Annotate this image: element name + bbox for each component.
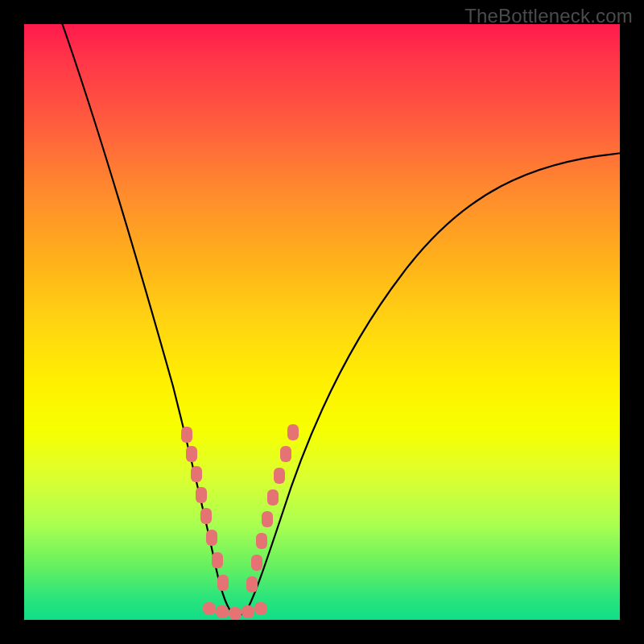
svg-rect-18 xyxy=(229,607,242,620)
svg-rect-16 xyxy=(203,602,216,615)
svg-rect-6 xyxy=(212,552,223,568)
svg-rect-20 xyxy=(254,602,267,615)
svg-rect-2 xyxy=(191,466,202,482)
bottleneck-curve-right xyxy=(246,153,624,613)
svg-rect-4 xyxy=(200,508,212,524)
chart-overlay xyxy=(24,24,620,620)
svg-rect-12 xyxy=(267,489,279,506)
svg-rect-7 xyxy=(217,575,229,591)
chart-frame: TheBottleneck.com xyxy=(0,0,644,644)
svg-rect-9 xyxy=(251,555,262,571)
svg-rect-19 xyxy=(242,605,254,618)
svg-rect-0 xyxy=(181,427,192,443)
right-bead-markers xyxy=(246,424,299,592)
valley-bead-strip xyxy=(203,602,267,620)
svg-rect-17 xyxy=(216,605,229,618)
svg-rect-13 xyxy=(274,468,285,484)
svg-rect-5 xyxy=(206,530,217,546)
svg-rect-15 xyxy=(287,424,299,440)
svg-rect-11 xyxy=(262,511,273,527)
svg-rect-10 xyxy=(256,533,267,549)
svg-rect-3 xyxy=(196,487,207,503)
svg-rect-14 xyxy=(280,446,291,462)
svg-rect-1 xyxy=(186,446,197,462)
left-bead-markers xyxy=(181,427,229,591)
watermark-text: TheBottleneck.com xyxy=(464,5,633,27)
svg-rect-8 xyxy=(246,576,258,592)
